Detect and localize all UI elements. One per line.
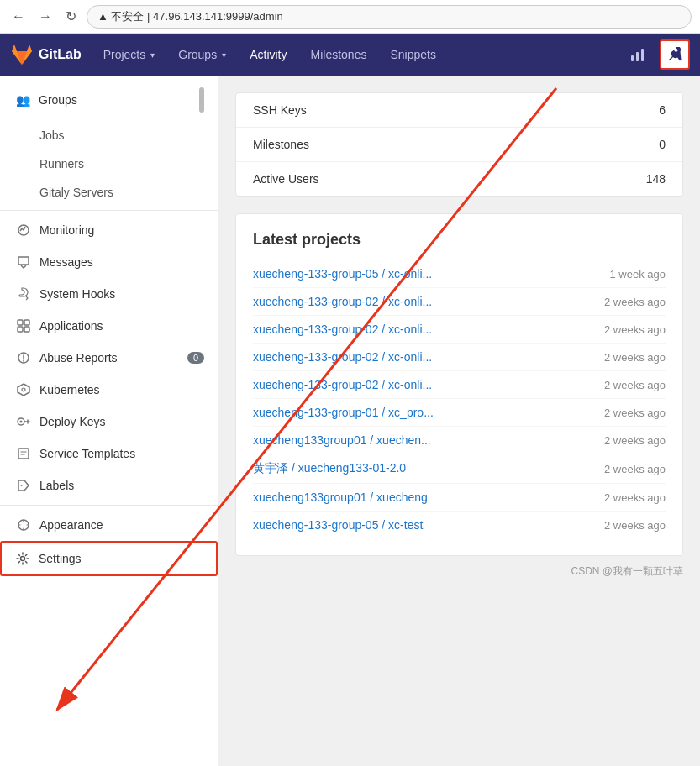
nav-groups[interactable]: Groups ▾ <box>170 43 234 66</box>
sidebar-messages-label: Messages <box>39 255 93 269</box>
main-content: SSH Keys 6 Milestones 0 Active Users 148… <box>218 76 700 766</box>
kubernetes-icon <box>16 382 31 397</box>
svg-rect-4 <box>18 320 23 325</box>
svg-point-14 <box>21 485 23 486</box>
sidebar-deploy-keys-label: Deploy Keys <box>39 415 106 428</box>
sidebar-gitaly-label: Gitaly Servers <box>39 186 113 199</box>
sidebar-item-monitoring[interactable]: Monitoring <box>0 214 218 246</box>
project-link[interactable]: xuecheng-133-group-02 / xc-onli... <box>253 350 432 364</box>
sidebar-item-settings[interactable]: Settings <box>0 541 218 576</box>
sidebar-item-kubernetes[interactable]: Kubernetes <box>0 374 218 406</box>
groups-chevron: ▾ <box>222 50 226 60</box>
project-link[interactable]: xuecheng-133-group-01 / xc_pro... <box>253 406 434 419</box>
deploy-keys-icon <box>16 414 31 429</box>
sidebar-settings-label: Settings <box>39 552 82 565</box>
table-row: xuecheng-133-group-01 / xc_pro... 2 week… <box>253 399 666 427</box>
url-input[interactable] <box>87 5 692 29</box>
sidebar-appearance-label: Appearance <box>39 518 103 532</box>
table-row: xuecheng133group01 / xuecheng 2 weeks ag… <box>253 484 666 512</box>
divider-2 <box>0 505 218 506</box>
abuse-badge: 0 <box>187 352 204 364</box>
svg-rect-13 <box>18 449 29 459</box>
project-time: 1 week ago <box>610 268 666 281</box>
sidebar-item-deploy-keys[interactable]: Deploy Keys <box>0 406 218 438</box>
reload-button[interactable]: ↻ <box>62 5 80 28</box>
active-users-value: 148 <box>646 172 666 186</box>
applications-icon <box>16 318 31 333</box>
sidebar-item-jobs[interactable]: Jobs <box>0 121 218 150</box>
nav-snippets[interactable]: Snippets <box>382 43 444 66</box>
sidebar-item-service-templates[interactable]: Service Templates <box>0 438 218 470</box>
service-templates-icon <box>16 446 31 461</box>
watermark: CSDN @我有一颗五叶草 <box>235 564 683 579</box>
project-link[interactable]: xuecheng133group01 / xuecheng <box>253 491 428 504</box>
nav-projects-label: Projects <box>103 48 146 61</box>
sidebar-item-abuse-reports[interactable]: Abuse Reports 0 <box>0 342 218 374</box>
sidebar-item-appearance[interactable]: Appearance <box>0 509 218 541</box>
active-users-label: Active Users <box>253 172 319 186</box>
svg-point-12 <box>20 421 23 423</box>
gitlab-logo-text: GitLab <box>39 47 82 62</box>
project-link[interactable]: xuecheng133group01 / xuechen... <box>253 433 431 447</box>
project-link[interactable]: xuecheng-133-group-02 / xc-onli... <box>253 378 432 391</box>
sidebar-item-messages[interactable]: Messages <box>0 246 218 278</box>
nav-milestones[interactable]: Milestones <box>303 43 376 66</box>
svg-rect-2 <box>641 49 644 61</box>
divider-1 <box>0 210 218 211</box>
nav-activity[interactable]: Activity <box>241 43 295 66</box>
settings-icon <box>15 551 30 566</box>
sidebar-kubernetes-label: Kubernetes <box>39 383 100 396</box>
ssh-keys-value: 6 <box>659 103 666 117</box>
sidebar-jobs-label: Jobs <box>39 129 65 142</box>
monitoring-icon <box>16 223 31 238</box>
address-bar: ← → ↻ <box>0 0 700 34</box>
ssh-keys-label: SSH Keys <box>253 103 307 117</box>
scroll-indicator <box>199 87 204 113</box>
forward-button[interactable]: → <box>35 6 55 28</box>
nav-snippets-label: Snippets <box>390 48 435 61</box>
nav-milestones-label: Milestones <box>311 48 367 61</box>
appearance-icon <box>16 517 31 533</box>
project-link[interactable]: xuecheng-133-group-05 / xc-test <box>253 518 423 532</box>
project-time: 2 weeks ago <box>604 323 666 336</box>
project-link[interactable]: xuecheng-133-group-05 / xc-onli... <box>253 267 432 281</box>
top-navigation: GitLab Projects ▾ Groups ▾ Activity Mile… <box>0 34 700 76</box>
nav-projects[interactable]: Projects ▾ <box>95 43 164 66</box>
table-row: xuecheng-133-group-05 / xc-onli... 1 wee… <box>253 260 666 288</box>
project-time: 2 weeks ago <box>604 519 666 532</box>
project-time: 2 weeks ago <box>604 407 666 419</box>
project-link[interactable]: xuecheng-133-group-02 / xc-onli... <box>253 295 432 308</box>
sidebar-monitoring-label: Monitoring <box>39 223 94 237</box>
project-time: 2 weeks ago <box>604 296 666 308</box>
admin-wrench-button[interactable] <box>660 39 690 70</box>
svg-point-10 <box>22 388 25 391</box>
chart-icon <box>630 47 645 62</box>
sidebar-item-system-hooks[interactable]: System Hooks <box>0 278 218 310</box>
svg-rect-1 <box>636 52 639 61</box>
svg-rect-7 <box>24 327 29 332</box>
gitlab-logo[interactable]: GitLab <box>10 43 82 66</box>
project-link[interactable]: xuecheng-133-group-02 / xc-onli... <box>253 323 432 336</box>
stats-card: SSH Keys 6 Milestones 0 Active Users 148 <box>235 92 683 197</box>
project-link[interactable]: 黄宇泽 / xuecheng133-01-2.0 <box>253 461 406 476</box>
wrench-icon <box>667 47 682 62</box>
groups-icon: 👥 <box>16 93 30 107</box>
svg-rect-6 <box>18 327 23 332</box>
sidebar-section-admin: 👥 Groups Jobs Runners Gitaly Servers Mon… <box>0 76 218 580</box>
sidebar-item-gitaly[interactable]: Gitaly Servers <box>0 178 218 207</box>
project-time: 2 weeks ago <box>604 434 666 447</box>
nav-groups-label: Groups <box>178 48 217 61</box>
svg-rect-0 <box>631 55 634 61</box>
sidebar-item-labels[interactable]: Labels <box>0 470 218 501</box>
main-layout: 👥 Groups Jobs Runners Gitaly Servers Mon… <box>0 76 700 766</box>
sidebar-item-applications[interactable]: Applications <box>0 310 218 342</box>
sidebar-item-groups[interactable]: 👥 Groups <box>0 79 218 121</box>
chart-button[interactable] <box>623 39 653 70</box>
table-row: xuecheng-133-group-02 / xc-onli... 2 wee… <box>253 316 666 344</box>
back-button[interactable]: ← <box>8 6 29 28</box>
labels-icon <box>16 478 31 493</box>
messages-icon <box>16 254 31 270</box>
sidebar-applications-label: Applications <box>39 319 103 333</box>
sidebar-item-runners[interactable]: Runners <box>0 150 218 178</box>
svg-point-16 <box>21 557 25 561</box>
